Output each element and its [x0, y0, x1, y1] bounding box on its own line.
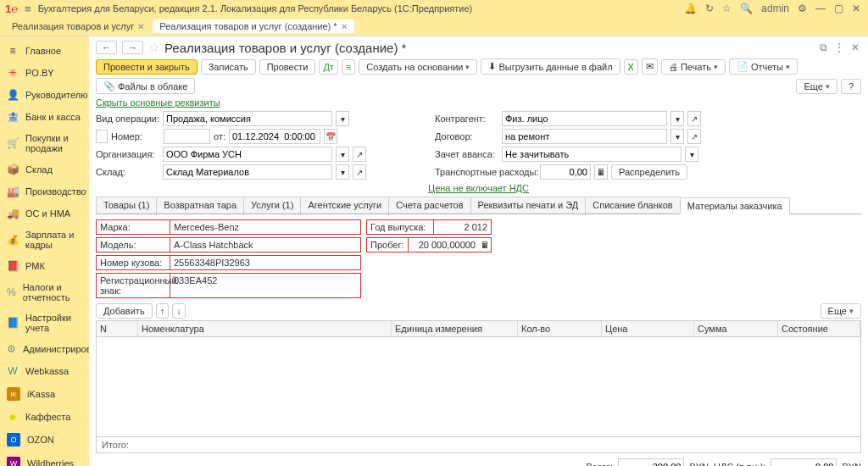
- favorite-icon[interactable]: ☆: [148, 40, 159, 55]
- nav-fwd[interactable]: →: [122, 41, 143, 54]
- sidebar-item-kaffesta[interactable]: ●Каффеста: [0, 406, 89, 428]
- calc-icon[interactable]: 🖩: [594, 164, 608, 180]
- save-button[interactable]: Записать: [201, 59, 256, 75]
- move-down-icon[interactable]: ↓: [172, 303, 186, 319]
- search-icon[interactable]: 🔍: [740, 3, 753, 14]
- doc-tab-6[interactable]: Списание бланков: [585, 197, 680, 214]
- sidebar-item-wildberries[interactable]: WWildberries: [0, 452, 89, 466]
- files-button[interactable]: 📎 Файлы в облаке: [96, 78, 195, 94]
- col-state[interactable]: Состояние: [778, 321, 860, 336]
- menu-icon[interactable]: ⋮: [834, 42, 844, 53]
- doc-tab-3[interactable]: Агентские услуги: [300, 197, 389, 214]
- offset-field[interactable]: [502, 147, 682, 162]
- bell-icon[interactable]: 🔔: [684, 3, 697, 14]
- settings-icon[interactable]: ⚙: [798, 3, 807, 14]
- post-button[interactable]: Провести: [259, 59, 316, 75]
- sidebar-item-admin[interactable]: ⚙Администрирование: [0, 338, 89, 360]
- open-icon[interactable]: ↗: [353, 164, 366, 180]
- history-icon[interactable]: ↻: [705, 3, 714, 14]
- maximize-icon[interactable]: ▢: [834, 3, 843, 14]
- col-price[interactable]: Цена: [602, 321, 694, 336]
- sidebar-item-warehouse[interactable]: 📦Склад: [0, 158, 89, 180]
- dropdown-icon[interactable]: ▾: [336, 111, 349, 126]
- open-icon[interactable]: ↗: [687, 111, 701, 126]
- hide-main-link[interactable]: Скрыть основные реквизиты: [96, 97, 220, 108]
- doc-tab-2[interactable]: Услуги (1): [243, 197, 301, 214]
- num-field[interactable]: [164, 129, 210, 144]
- model-field[interactable]: A-Class Hatchback: [170, 238, 360, 252]
- doc-tab-4[interactable]: Счета расчетов: [388, 197, 470, 214]
- table-body[interactable]: [97, 337, 860, 436]
- sidebar-item-bank[interactable]: 🏦Банк и касса: [0, 106, 89, 128]
- sidebar-item-salary[interactable]: 💰Зарплата и кадры: [0, 225, 89, 255]
- sidebar-item-taxes[interactable]: %Налоги и отчетность: [0, 277, 89, 308]
- sidebar-item-ikassa[interactable]: iKiKassa: [0, 382, 89, 406]
- brand-field[interactable]: Mercedes-Benz: [170, 220, 360, 234]
- doc-tab-0[interactable]: Товары (1): [96, 197, 157, 214]
- doc-tab-7[interactable]: Материалы заказчика: [680, 197, 790, 214]
- open-tab-0[interactable]: Реализация товаров и услуг✕: [5, 19, 151, 33]
- dt-kt-icon[interactable]: Дт: [319, 59, 338, 75]
- post-close-button[interactable]: Провести и закрыть: [96, 59, 198, 75]
- trans-field[interactable]: [540, 164, 591, 180]
- col-sum[interactable]: Сумма: [694, 321, 778, 336]
- sidebar-item-sales[interactable]: 🛒Покупки и продажи: [0, 128, 89, 158]
- mileage-field[interactable]: 20 000,00000: [409, 238, 479, 252]
- col-qty[interactable]: Кол-во: [518, 321, 602, 336]
- col-unit[interactable]: Единица измерения: [392, 321, 518, 336]
- add-row-button[interactable]: Добавить: [96, 303, 153, 319]
- col-n[interactable]: N: [97, 321, 138, 336]
- export-button[interactable]: ⬇ Выгрузить данные в файл: [481, 58, 620, 75]
- distribute-button[interactable]: Распределить: [611, 164, 687, 180]
- menu-icon[interactable]: ≡: [25, 3, 31, 15]
- star-icon[interactable]: ☆: [722, 3, 732, 14]
- sidebar-item-main[interactable]: ≡Главное: [0, 40, 89, 62]
- tab-close-icon[interactable]: ✕: [137, 22, 144, 31]
- sidebar-item-production[interactable]: 🏭Производство: [0, 180, 89, 202]
- dt-kt-list-icon[interactable]: ≡: [342, 59, 355, 75]
- dog-field[interactable]: [502, 129, 667, 144]
- sidebar-item-ozon[interactable]: OOZON: [0, 428, 89, 452]
- open-icon[interactable]: ↗: [353, 147, 366, 162]
- ctr-field[interactable]: [502, 111, 667, 126]
- detach-icon[interactable]: ⧉: [820, 42, 827, 53]
- calendar-icon[interactable]: 📅: [324, 129, 337, 144]
- close-icon[interactable]: ✕: [852, 3, 860, 14]
- open-tab-1[interactable]: Реализация товаров и услуг (создание) *✕: [153, 19, 353, 33]
- doc-tab-5[interactable]: Реквизиты печати и ЭД: [470, 197, 587, 214]
- date-field[interactable]: [229, 129, 320, 144]
- help-button[interactable]: ?: [841, 79, 861, 94]
- table-more-button[interactable]: Еще: [821, 303, 861, 319]
- user-label[interactable]: admin: [761, 3, 789, 14]
- dropdown-icon[interactable]: ▾: [670, 129, 684, 144]
- create-based-button[interactable]: Создать на основании: [359, 59, 477, 75]
- dropdown-icon[interactable]: ▾: [685, 147, 698, 162]
- calc-icon[interactable]: 🖩: [479, 238, 491, 252]
- op-type-field[interactable]: [163, 111, 332, 126]
- more-button[interactable]: Еще: [796, 79, 837, 94]
- doc-tab-1[interactable]: Возвратная тара: [156, 197, 244, 214]
- col-nom[interactable]: Номенклатура: [138, 321, 392, 336]
- tab-close-icon[interactable]: ✕: [341, 22, 348, 31]
- excel-icon[interactable]: X: [624, 59, 638, 75]
- org-field[interactable]: [163, 147, 332, 162]
- vin-field[interactable]: 25563348PI32963: [170, 256, 360, 269]
- sidebar-item-assets[interactable]: 🚚ОС и НМА: [0, 202, 89, 225]
- nav-back[interactable]: ←: [96, 41, 117, 54]
- reports-button[interactable]: 📄 Отчеты: [729, 58, 798, 75]
- sidebar-item-webkassa[interactable]: WWebkassa: [0, 360, 89, 382]
- open-icon[interactable]: ↗: [687, 129, 701, 144]
- sidebar-item-poby[interactable]: ✳PO.BY: [0, 62, 89, 84]
- move-up-icon[interactable]: ↑: [156, 303, 170, 319]
- dropdown-icon[interactable]: ▾: [336, 164, 349, 180]
- price-vat-link[interactable]: Цена не включает НДС: [428, 183, 529, 193]
- year-field[interactable]: 2 012: [434, 220, 491, 234]
- dropdown-icon[interactable]: ▾: [670, 111, 684, 126]
- minimize-icon[interactable]: —: [815, 3, 826, 14]
- close-icon[interactable]: ✕: [851, 42, 860, 53]
- plate-field[interactable]: 033EA452: [170, 274, 360, 297]
- sidebar-item-rmk[interactable]: 📕РМК: [0, 255, 89, 277]
- print-button[interactable]: 🖨 Печать: [661, 59, 726, 75]
- wh-field[interactable]: [163, 164, 332, 180]
- edo-icon[interactable]: ✉: [642, 58, 658, 75]
